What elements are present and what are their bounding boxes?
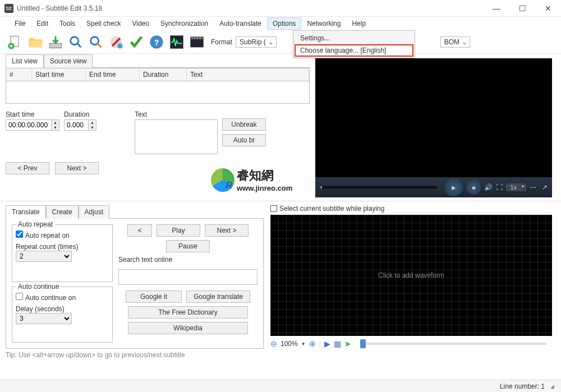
auto-repeat-checkbox[interactable] — [16, 230, 23, 238]
menu-autotranslate[interactable]: Auto-translate — [214, 17, 267, 30]
start-time-label: Start time — [6, 110, 59, 118]
svg-rect-12 — [192, 37, 193, 38]
tab-source-view[interactable]: Source view — [44, 54, 93, 68]
player-popout-icon[interactable]: ↗ — [542, 183, 548, 191]
video-icon[interactable] — [187, 33, 206, 52]
dropdown-choose-language[interactable]: Choose language... [English] — [295, 44, 413, 57]
unbreak-button[interactable]: Unbreak — [222, 118, 266, 131]
delay-label: Delay (seconds) — [16, 305, 109, 313]
start-time-input[interactable]: ▲▼ — [6, 119, 59, 131]
back-button[interactable]: < — [127, 224, 152, 237]
menu-file[interactable]: File — [9, 17, 31, 30]
volume-icon[interactable]: 🔊 — [484, 183, 493, 191]
menu-synchronization[interactable]: Synchronization — [155, 17, 214, 30]
player-more-icon[interactable]: ⋯ — [530, 183, 536, 191]
stop-button[interactable]: ■ — [466, 180, 481, 195]
col-start[interactable]: Start time — [32, 68, 86, 81]
open-file-icon[interactable] — [26, 33, 45, 52]
menu-edit[interactable]: Edit — [31, 17, 54, 30]
help-icon[interactable]: ? — [147, 33, 166, 52]
wf-grid-icon[interactable]: ▦ — [334, 339, 341, 348]
minimize-button[interactable]: — — [484, 0, 509, 17]
waveform-icon[interactable] — [167, 33, 186, 52]
encoding-select[interactable]: BOM — [440, 36, 470, 48]
next-button[interactable]: Next > — [55, 162, 99, 174]
fix-icon[interactable] — [107, 33, 126, 52]
google-it-button[interactable]: Google it — [126, 290, 182, 303]
wf-forward-icon[interactable]: ➤ — [344, 339, 351, 348]
options-dropdown: Settings... Choose language... [English] — [293, 30, 415, 58]
status-bar: Line number: 1 ◢ — [0, 380, 561, 392]
tip-text: Tip: Use <alt+arrow up/down> to go to pr… — [6, 351, 264, 359]
auto-continue-group: Auto continue Auto continue on Delay (se… — [12, 287, 113, 343]
pause-button[interactable]: Pause — [166, 240, 210, 252]
line-number: Line number: 1 — [500, 382, 545, 390]
duration-input[interactable]: ▲▼ — [64, 119, 96, 131]
tab-create[interactable]: Create — [46, 205, 79, 219]
wf-play-icon[interactable]: ▶ — [324, 339, 330, 348]
new-file-icon[interactable] — [6, 33, 25, 52]
duration-label: Duration — [64, 110, 96, 118]
svg-text:?: ? — [154, 38, 159, 47]
google-translate-button[interactable]: Google translate — [186, 290, 250, 303]
search-online-label: Search text online — [118, 256, 257, 264]
next-translate-button[interactable]: Next > — [205, 224, 249, 237]
titlebar: SE Untitled - Subtitle Edit 3.5.18 — ☐ ✕ — [0, 0, 561, 17]
auto-continue-title: Auto continue — [16, 283, 61, 290]
tab-translate[interactable]: Translate — [6, 205, 46, 219]
zoom-out-icon[interactable]: ⊖ — [270, 339, 277, 348]
dropdown-settings[interactable]: Settings... — [295, 32, 413, 44]
menu-video[interactable]: Video — [126, 17, 154, 30]
check-icon[interactable] — [127, 33, 146, 52]
auto-continue-checkbox[interactable] — [16, 293, 23, 300]
text-input[interactable] — [135, 119, 218, 154]
repeat-count-label: Repeat count (times) — [16, 243, 109, 251]
menu-tools[interactable]: Tools — [54, 17, 81, 30]
svg-rect-15 — [200, 37, 201, 38]
autobr-button[interactable]: Auto br — [222, 134, 266, 146]
search-online-input[interactable] — [118, 269, 257, 285]
svg-rect-2 — [50, 43, 62, 48]
col-num[interactable]: # — [6, 68, 32, 81]
menu-options[interactable]: Options — [267, 17, 301, 30]
wikipedia-button[interactable]: Wikipedia — [128, 322, 248, 334]
repeat-count-select[interactable]: 2 — [16, 251, 72, 262]
select-while-playing-checkbox[interactable] — [270, 205, 277, 212]
svg-rect-13 — [194, 37, 195, 38]
auto-repeat-title: Auto repeat — [16, 220, 55, 228]
prev-button[interactable]: < Prev — [6, 162, 49, 174]
waveform-slider[interactable] — [360, 343, 546, 345]
waveform-area[interactable]: Click to add waveform — [270, 215, 552, 336]
auto-repeat-group: Auto repeat Auto repeat on Repeat count … — [12, 224, 113, 282]
play-translate-button[interactable]: Play — [157, 224, 200, 237]
format-label: Format — [211, 38, 232, 46]
close-button[interactable]: ✕ — [535, 0, 561, 17]
play-button[interactable]: ▶ — [445, 178, 463, 196]
col-end[interactable]: End time — [86, 68, 140, 81]
subtitle-grid[interactable]: # Start time End time Duration Text — [6, 68, 310, 104]
speed-select[interactable]: 1x — [506, 183, 526, 191]
zoom-in-icon[interactable]: ⊕ — [309, 339, 316, 348]
maximize-button[interactable]: ☐ — [509, 0, 535, 17]
tab-list-view[interactable]: List view — [6, 54, 44, 68]
view-tabs: List view Source view — [6, 54, 310, 68]
col-text[interactable]: Text — [187, 68, 309, 81]
free-dictionary-button[interactable]: The Free Dictionary — [128, 306, 248, 319]
search-icon[interactable] — [66, 33, 85, 52]
col-duration[interactable]: Duration — [140, 68, 187, 81]
format-select[interactable]: SubRip ( — [236, 36, 277, 48]
save-icon[interactable] — [46, 33, 65, 52]
menu-spellcheck[interactable]: Spell check — [81, 17, 126, 30]
replace-icon[interactable] — [86, 33, 105, 52]
tab-adjust[interactable]: Adjust — [79, 205, 109, 219]
fullscreen-icon[interactable]: ⛶ — [496, 183, 503, 191]
waveform-placeholder: Click to add waveform — [378, 271, 444, 279]
app-icon: SE — [4, 4, 13, 13]
zoom-value: 100% — [280, 340, 298, 348]
bottom-tabs: Translate Create Adjust — [6, 205, 264, 219]
menu-networking[interactable]: Networking — [301, 17, 346, 30]
player-track[interactable] — [320, 186, 437, 189]
delay-select[interactable]: 3 — [16, 313, 72, 324]
menu-help[interactable]: Help — [346, 17, 371, 30]
video-area[interactable] — [315, 58, 552, 177]
